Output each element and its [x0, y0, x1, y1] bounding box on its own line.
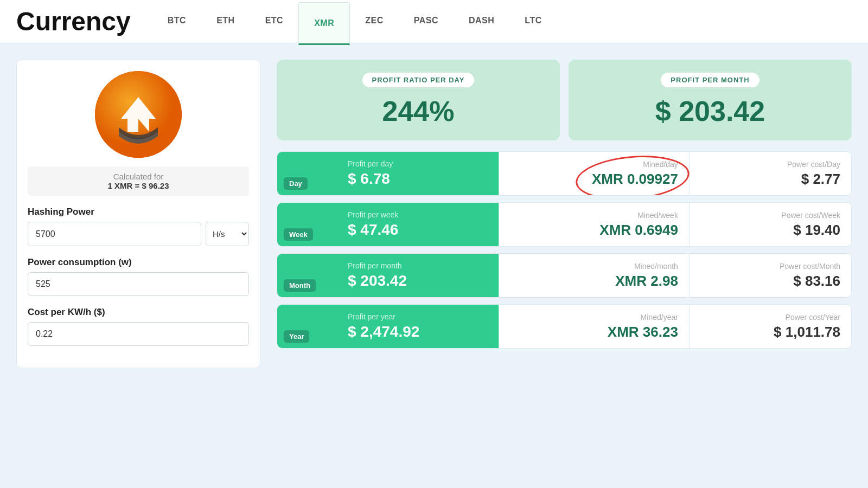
month-label-cell: Month	[277, 254, 337, 297]
year-profit-cell: Profit per year $ 2,474.92	[337, 305, 499, 348]
week-profit-label: Profit per week	[348, 210, 488, 219]
right-panel: PROFIT RATIO PER DAY 244% PROFIT PER MON…	[277, 60, 852, 368]
profit-month-card: PROFIT PER MONTH $ 203.42	[569, 60, 852, 140]
month-profit-cell: Profit per month $ 203.42	[337, 254, 499, 297]
day-label-cell: Day	[277, 152, 337, 195]
month-profit-label: Profit per month	[348, 261, 488, 270]
year-label-cell: Year	[277, 305, 337, 348]
tab-etc[interactable]: ETC	[250, 0, 299, 43]
tab-ltc[interactable]: LTC	[509, 0, 557, 43]
currency-nav: BTC ETH ETC XMR ZEC PASC DASH LTC	[152, 0, 557, 43]
power-consumption-group: Power consumption (w)	[28, 257, 249, 296]
tab-btc[interactable]: BTC	[152, 0, 201, 43]
year-power-value: $ 1,011.78	[700, 324, 840, 341]
profit-ratio-value: 244%	[293, 95, 544, 127]
day-mined-label: Mined/day	[510, 160, 678, 169]
week-badge: Week	[284, 228, 313, 241]
month-badge: Month	[284, 279, 316, 292]
hashing-power-input[interactable]	[28, 222, 201, 246]
tab-pasc[interactable]: PASC	[399, 0, 454, 43]
left-panel: Calculated for 1 XMR = $ 96.23 Hashing P…	[16, 60, 260, 368]
profit-month-title: PROFIT PER MONTH	[661, 73, 759, 87]
cost-kwh-group: Cost per KW/h ($)	[28, 307, 249, 346]
week-mined-cell: Mined/week XMR 0.6949	[499, 203, 689, 246]
tab-zec[interactable]: ZEC	[350, 0, 399, 43]
year-power-cell: Power cost/Year $ 1,011.78	[689, 305, 851, 348]
month-mined-label: Mined/month	[510, 262, 678, 271]
week-power-label: Power cost/Week	[700, 211, 840, 220]
cost-kwh-input[interactable]	[28, 322, 249, 346]
day-mined-cell: Mined/day XMR 0.09927	[499, 152, 689, 195]
month-profit-value: $ 203.42	[348, 272, 488, 290]
cost-kwh-label: Cost per KW/h ($)	[28, 307, 249, 318]
main-content: Calculated for 1 XMR = $ 96.23 Hashing P…	[0, 43, 868, 384]
summary-cards: PROFIT RATIO PER DAY 244% PROFIT PER MON…	[277, 60, 852, 140]
calc-info: Calculated for 1 XMR = $ 96.23	[28, 166, 249, 196]
power-consumption-label: Power consumption (w)	[28, 257, 249, 268]
day-profit-value: $ 6.78	[348, 170, 488, 188]
month-power-value: $ 83.16	[700, 273, 840, 290]
month-row: Month Profit per month $ 203.42 Mined/mo…	[277, 253, 852, 298]
tab-dash[interactable]: DASH	[454, 0, 509, 43]
day-power-label: Power cost/Day	[700, 160, 840, 169]
week-label-cell: Week	[277, 203, 337, 246]
week-power-cell: Power cost/Week $ 19.40	[689, 203, 851, 246]
day-profit-cell: Profit per day $ 6.78	[337, 152, 499, 195]
hashing-power-group: Hashing Power H/s kH/s MH/s	[28, 207, 249, 246]
power-consumption-input[interactable]	[28, 272, 249, 296]
day-profit-label: Profit per day	[348, 159, 488, 168]
data-rows: Day Profit per day $ 6.78 Mined/day XMR …	[277, 151, 852, 349]
month-power-cell: Power cost/Month $ 83.16	[689, 254, 851, 297]
day-mined-value: XMR 0.09927	[510, 171, 678, 188]
year-profit-value: $ 2,474.92	[348, 323, 488, 341]
tab-eth[interactable]: ETH	[201, 0, 250, 43]
day-badge: Day	[284, 177, 308, 190]
profit-month-value: $ 203.42	[585, 95, 835, 127]
year-mined-value: XMR 36.23	[510, 324, 678, 341]
hashing-power-label: Hashing Power	[28, 207, 249, 217]
week-mined-value: XMR 0.6949	[510, 222, 678, 239]
week-profit-value: $ 47.46	[348, 221, 488, 239]
year-row: Year Profit per year $ 2,474.92 Mined/ye…	[277, 304, 852, 349]
calc-rate: 1 XMR = $ 96.23	[108, 181, 169, 190]
coin-logo	[95, 71, 182, 158]
year-power-label: Power cost/Year	[700, 313, 840, 322]
day-power-value: $ 2.77	[700, 171, 840, 188]
profit-ratio-title: PROFIT RATIO PER DAY	[362, 73, 475, 87]
week-mined-label: Mined/week	[510, 211, 678, 220]
year-mined-label: Mined/year	[510, 313, 678, 322]
year-badge: Year	[284, 330, 309, 343]
header: Currency BTC ETH ETC XMR ZEC PASC DASH L…	[0, 0, 868, 43]
day-row: Day Profit per day $ 6.78 Mined/day XMR …	[277, 151, 852, 196]
month-mined-value: XMR 2.98	[510, 273, 678, 290]
week-power-value: $ 19.40	[700, 222, 840, 239]
hashing-unit-select[interactable]: H/s kH/s MH/s	[206, 222, 249, 246]
week-profit-cell: Profit per week $ 47.46	[337, 203, 499, 246]
week-row: Week Profit per week $ 47.46 Mined/week …	[277, 202, 852, 247]
year-profit-label: Profit per year	[348, 312, 488, 321]
day-power-cell: Power cost/Day $ 2.77	[689, 152, 851, 195]
profit-ratio-card: PROFIT RATIO PER DAY 244%	[277, 60, 560, 140]
tab-xmr[interactable]: XMR	[298, 2, 350, 45]
month-mined-cell: Mined/month XMR 2.98	[499, 254, 689, 297]
year-mined-cell: Mined/year XMR 36.23	[499, 305, 689, 348]
month-power-label: Power cost/Month	[700, 262, 840, 271]
app-title: Currency	[16, 7, 131, 36]
